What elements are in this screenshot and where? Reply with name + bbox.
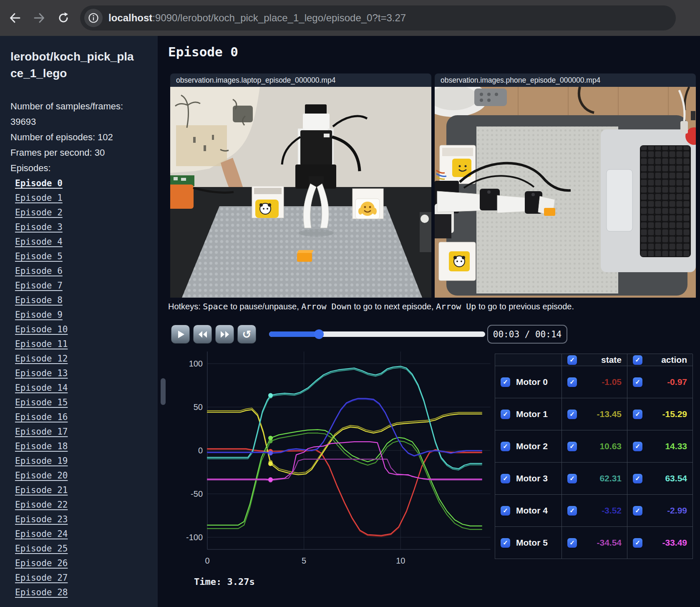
motor-2-checkbox[interactable]: ✓ — [501, 442, 510, 451]
url-host: localhost — [108, 12, 152, 23]
action-column-checkbox[interactable]: ✓ — [633, 355, 642, 365]
motor-4-action-checkbox[interactable]: ✓ — [633, 506, 642, 516]
episode-link-5[interactable]: Episode 5 — [15, 251, 63, 261]
motor-3-state-cell: ✓62.31 — [562, 463, 627, 495]
dataset-stats: Number of samples/frames: 39693 Number o… — [10, 99, 126, 176]
motor-1-state-checkbox[interactable]: ✓ — [567, 410, 577, 419]
episode-link-22[interactable]: Episode 22 — [15, 500, 68, 510]
motor-2-action-checkbox[interactable]: ✓ — [633, 442, 642, 451]
play-button[interactable] — [171, 325, 190, 344]
episode-link-3[interactable]: Episode 3 — [15, 222, 63, 232]
hotkeys-text3: to go to previous episode. — [476, 302, 574, 311]
episode-list-item: Episode 7 — [10, 281, 158, 295]
svg-text:0: 0 — [205, 556, 209, 565]
seek-slider[interactable] — [269, 331, 485, 337]
episode-link-6[interactable]: Episode 6 — [15, 266, 63, 276]
episode-link-17[interactable]: Episode 17 — [15, 427, 68, 437]
dataset-title: lerobot/koch_pick_place_1_lego — [10, 48, 138, 82]
back-button[interactable] — [6, 9, 24, 27]
episode-list-item: Episode 2 — [10, 207, 158, 222]
forward-button[interactable] — [30, 9, 48, 27]
reload-button[interactable] — [54, 9, 73, 27]
episode-link-2[interactable]: Episode 2 — [15, 207, 63, 218]
motor-4-state-checkbox[interactable]: ✓ — [567, 506, 577, 516]
motor-5-action-checkbox[interactable]: ✓ — [633, 538, 642, 548]
svg-text:100: 100 — [189, 359, 203, 368]
episode-link-20[interactable]: Episode 20 — [15, 470, 68, 481]
episode-link-8[interactable]: Episode 8 — [15, 295, 63, 305]
motor-label-cell: ✓Motor 5 — [495, 527, 562, 559]
episode-link-7[interactable]: Episode 7 — [15, 281, 63, 291]
episode-link-26[interactable]: Episode 26 — [15, 558, 68, 568]
motor-chart[interactable]: -100-500501000510 — [184, 342, 501, 576]
rewind-icon — [197, 329, 208, 339]
episode-list-item: Episode 21 — [10, 485, 158, 500]
motor-1-action-checkbox[interactable]: ✓ — [633, 410, 642, 419]
motor-5-action-value: -33.49 — [662, 538, 687, 548]
motor-3-state-checkbox[interactable]: ✓ — [567, 474, 577, 483]
info-icon[interactable] — [84, 9, 103, 27]
video-phone[interactable] — [435, 87, 696, 298]
episode-link-23[interactable]: Episode 23 — [15, 514, 68, 524]
episode-list: Episode 0Episode 1Episode 2Episode 3Epis… — [10, 178, 158, 602]
motor-4-checkbox[interactable]: ✓ — [501, 506, 510, 516]
episode-link-28[interactable]: Episode 28 — [15, 587, 68, 597]
motor-2-state-checkbox[interactable]: ✓ — [567, 442, 577, 451]
episode-link-10[interactable]: Episode 10 — [15, 324, 68, 334]
episode-link-12[interactable]: Episode 12 — [15, 354, 68, 364]
motor-3-checkbox[interactable]: ✓ — [501, 474, 510, 483]
episode-list-item: Episode 12 — [10, 354, 158, 368]
scrollbar-thumb[interactable] — [161, 378, 166, 405]
stat-episodes: Number of episodes: 102 — [10, 129, 126, 145]
episode-list-item: Episode 11 — [10, 339, 158, 354]
motor-2-action-cell: ✓14.33 — [627, 430, 693, 463]
episode-list-item: Episode 28 — [10, 587, 158, 602]
motor-label-cell: ✓Motor 3 — [495, 463, 562, 495]
url-bar[interactable]: localhost:9090/lerobot/koch_pick_place_1… — [80, 5, 676, 30]
motor-0-state-checkbox[interactable]: ✓ — [567, 377, 577, 387]
fast-forward-icon — [219, 329, 230, 339]
episode-link-15[interactable]: Episode 15 — [15, 397, 68, 407]
motor-0-checkbox[interactable]: ✓ — [501, 377, 510, 387]
svg-text:-50: -50 — [191, 489, 203, 498]
episode-link-13[interactable]: Episode 13 — [15, 368, 68, 378]
motor-5-checkbox[interactable]: ✓ — [501, 538, 510, 548]
episode-list-item: Episode 17 — [10, 427, 158, 441]
loop-button[interactable]: ↺ — [237, 325, 256, 344]
motor-3-action-checkbox[interactable]: ✓ — [633, 474, 642, 483]
motor-1-checkbox[interactable]: ✓ — [501, 410, 510, 419]
fast-forward-button[interactable] — [215, 325, 234, 344]
motor-0-action-checkbox[interactable]: ✓ — [633, 377, 642, 387]
episode-link-9[interactable]: Episode 9 — [15, 310, 63, 320]
rewind-button[interactable] — [193, 325, 212, 344]
motor-3-action-value: 63.54 — [665, 473, 687, 483]
motor-label-cell: ✓Motor 2 — [495, 430, 562, 463]
episode-link-16[interactable]: Episode 16 — [15, 412, 68, 422]
episode-link-25[interactable]: Episode 25 — [15, 544, 68, 554]
episode-link-0[interactable]: Episode 0 — [15, 178, 63, 188]
stat-fps: Frames per second: 30 — [10, 145, 126, 160]
back-icon — [11, 14, 20, 22]
motor-5-state-checkbox[interactable]: ✓ — [567, 538, 577, 548]
time-display: 00:03 / 00:14 — [487, 325, 567, 344]
episode-link-11[interactable]: Episode 11 — [15, 339, 68, 349]
motor-1-action-value: -15.29 — [662, 409, 687, 419]
action-header-cell: ✓action — [627, 354, 693, 366]
episode-list-item: Episode 6 — [10, 266, 158, 281]
video-laptop[interactable] — [170, 87, 431, 298]
episode-link-14[interactable]: Episode 14 — [15, 383, 68, 393]
episode-link-1[interactable]: Episode 1 — [15, 193, 63, 203]
motor-2-action-value: 14.33 — [665, 441, 687, 451]
episode-link-19[interactable]: Episode 19 — [15, 456, 68, 466]
episode-link-4[interactable]: Episode 4 — [15, 237, 63, 247]
seek-slider-thumb[interactable] — [314, 329, 324, 339]
motor-4-action-value: -2.99 — [667, 506, 687, 516]
episode-link-24[interactable]: Episode 24 — [15, 529, 68, 539]
episode-link-27[interactable]: Episode 27 — [15, 573, 68, 583]
episode-list-item: Episode 23 — [10, 514, 158, 529]
episode-link-18[interactable]: Episode 18 — [15, 441, 68, 451]
main-panel: Episode 0 observation.images.laptop_epis… — [158, 36, 700, 607]
motor-1-state-cell: ✓-13.45 — [562, 398, 627, 430]
state-column-checkbox[interactable]: ✓ — [567, 355, 577, 365]
episode-link-21[interactable]: Episode 21 — [15, 485, 68, 495]
